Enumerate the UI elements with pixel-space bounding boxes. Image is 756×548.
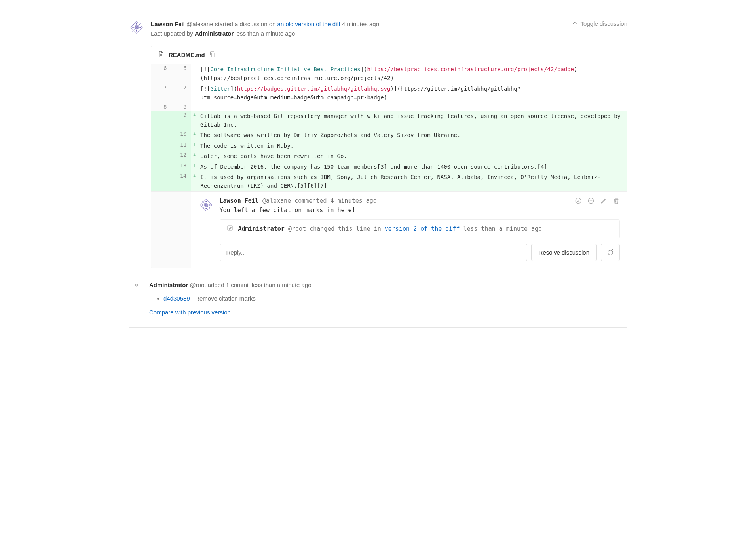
reply-input[interactable] xyxy=(220,244,527,261)
diff-code: The code is written in Ruby. xyxy=(199,141,627,151)
new-line-number[interactable]: 6 xyxy=(171,64,191,84)
diff-code: As of December 2016, the company has 150… xyxy=(199,162,627,172)
new-line-number[interactable]: 13 xyxy=(171,162,191,172)
diff-version-link[interactable]: an old version of the diff xyxy=(277,21,340,27)
commit-event: Administrator @root added 1 commit less … xyxy=(129,280,627,318)
svg-point-4 xyxy=(136,23,137,25)
diff-sign: + xyxy=(191,151,199,161)
comment-body-text: You left a few citation marks in here! xyxy=(220,207,570,214)
diff-line: 77[![Gitter](https://badges.gitter.im/gi… xyxy=(151,84,627,103)
new-line-number[interactable]: 11 xyxy=(171,141,191,151)
diff-code: [![Gitter](https://badges.gitter.im/gitl… xyxy=(199,84,627,103)
updated-by[interactable]: Administrator xyxy=(195,30,234,37)
header-timestamp: 4 minutes ago xyxy=(342,21,379,27)
svg-point-22 xyxy=(608,250,613,255)
author-handle[interactable]: @alexane xyxy=(186,21,213,27)
comment-author-name[interactable]: Lawson Feil xyxy=(220,197,259,204)
system-note: Administrator @root changed this line in… xyxy=(220,219,620,238)
comment-author-handle[interactable]: @alexane xyxy=(262,197,291,204)
diff-line: 13+As of December 2016, the company has … xyxy=(151,162,627,172)
diff-line: 10+The software was written by Dmitriy Z… xyxy=(151,130,627,140)
author-name[interactable]: Lawson Feil xyxy=(151,21,185,27)
old-line-number[interactable] xyxy=(151,130,171,140)
file-header: README.md xyxy=(151,46,627,64)
new-line-number[interactable]: 10 xyxy=(171,130,191,140)
old-line-number[interactable]: 8 xyxy=(151,103,171,111)
svg-point-17 xyxy=(590,200,590,200)
compare-link[interactable]: Compare with previous version xyxy=(149,309,231,316)
diff-line: 66[![Core Infrastructure Initiative Best… xyxy=(151,64,627,84)
diff-sign: + xyxy=(191,141,199,151)
edit-icon[interactable] xyxy=(600,197,607,206)
svg-point-14 xyxy=(205,208,207,209)
commit-handle[interactable]: @root xyxy=(190,282,206,288)
sysnote-author[interactable]: Administrator xyxy=(238,225,285,232)
old-line-number[interactable] xyxy=(151,151,171,161)
new-line-number[interactable]: 14 xyxy=(171,172,191,191)
svg-point-16 xyxy=(588,198,594,204)
diff-line: 11+The code is written in Ruby. xyxy=(151,141,627,151)
delete-icon[interactable] xyxy=(613,197,620,206)
commit-sha-link[interactable]: d4d30589 xyxy=(163,295,190,302)
emoji-icon[interactable] xyxy=(587,197,595,206)
toggle-discussion-label: Toggle discussion xyxy=(581,20,627,27)
resolve-icon[interactable] xyxy=(575,197,582,206)
discussion-header: Lawson Feil @alexane started a discussio… xyxy=(129,19,627,38)
sysnote-handle[interactable]: @root xyxy=(288,225,306,232)
diff-line: 88 xyxy=(151,103,627,111)
svg-point-11 xyxy=(202,204,203,206)
copy-path-icon[interactable] xyxy=(209,51,216,59)
diff-sign xyxy=(191,64,199,84)
diff-code: It is used by organisations such as IBM,… xyxy=(199,172,627,191)
file-name: README.md xyxy=(169,51,205,58)
sysnote-link[interactable]: version 2 of the diff xyxy=(385,225,460,232)
diff-code xyxy=(199,103,627,111)
old-line-number[interactable]: 6 xyxy=(151,64,171,84)
updated-prefix: Last updated by xyxy=(151,30,195,37)
edit-note-icon xyxy=(226,225,234,233)
commit-time: less than a minute ago xyxy=(252,282,312,288)
old-line-number[interactable] xyxy=(151,162,171,172)
svg-point-15 xyxy=(576,198,581,204)
file-icon xyxy=(158,51,165,59)
svg-point-18 xyxy=(592,200,592,200)
create-issue-button[interactable] xyxy=(601,244,620,261)
old-line-number[interactable] xyxy=(151,141,171,151)
svg-point-2 xyxy=(132,27,134,28)
svg-point-5 xyxy=(136,30,137,32)
commit-list-item: d4d30589 - Remove citation marks xyxy=(163,293,312,304)
diff-sign: + xyxy=(191,162,199,172)
new-line-number[interactable]: 12 xyxy=(171,151,191,161)
old-line-number[interactable] xyxy=(151,172,171,191)
sysnote-time: less than a minute ago xyxy=(463,225,542,232)
new-line-number[interactable]: 7 xyxy=(171,84,191,103)
chevron-up-icon xyxy=(571,19,578,28)
diff-code: [![Core Infrastructure Initiative Best P… xyxy=(199,64,627,84)
resolve-discussion-button[interactable]: Resolve discussion xyxy=(531,244,597,261)
old-line-number[interactable] xyxy=(151,111,171,130)
new-line-number[interactable]: 9 xyxy=(171,111,191,130)
svg-point-13 xyxy=(205,201,207,202)
diff-sign: + xyxy=(191,111,199,130)
comment-avatar[interactable] xyxy=(198,197,214,213)
new-line-number[interactable]: 8 xyxy=(171,103,191,111)
header-action: started a discussion on xyxy=(215,21,277,27)
toggle-discussion-button[interactable]: Toggle discussion xyxy=(571,19,627,28)
commit-action: added 1 commit xyxy=(208,282,252,288)
diff-sign xyxy=(191,84,199,103)
diff-sign xyxy=(191,103,199,111)
commit-sep: - xyxy=(190,295,195,302)
commit-icon xyxy=(131,280,142,291)
diff-sign: + xyxy=(191,130,199,140)
diff-file-box: README.md 66[![Core Infrastructure Initi… xyxy=(151,46,627,268)
inline-comment-row: Lawson Feil @alexane commented 4 minutes… xyxy=(151,191,627,268)
updated-time: less than a minute ago xyxy=(235,30,295,37)
comment-verb: commented xyxy=(294,197,330,204)
old-line-number[interactable]: 7 xyxy=(151,84,171,103)
svg-point-25 xyxy=(135,284,138,286)
avatar[interactable] xyxy=(129,19,144,35)
comment-time: 4 minutes ago xyxy=(330,197,376,204)
diff-code: The software was written by Dmitriy Zapo… xyxy=(199,130,627,140)
commit-author[interactable]: Administrator xyxy=(149,282,188,288)
diff-line: 9+GitLab is a web-based Git repository m… xyxy=(151,111,627,130)
